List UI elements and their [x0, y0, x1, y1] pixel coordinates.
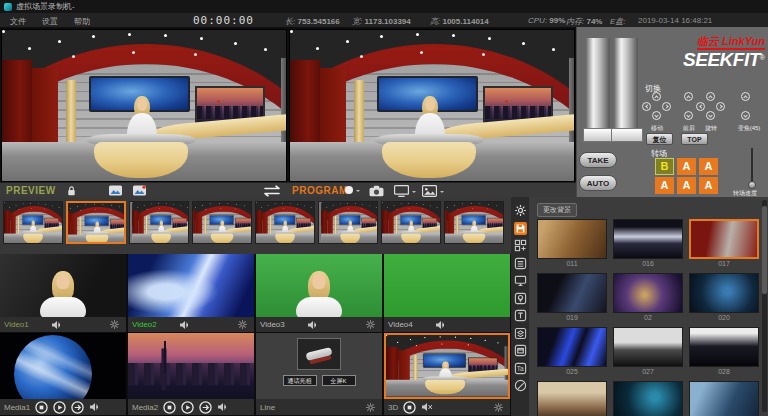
snapshot-button[interactable] — [369, 185, 384, 197]
monitor-icon[interactable] — [514, 274, 527, 287]
swap-preview-program-icon[interactable] — [258, 185, 286, 197]
line-call-button[interactable]: 通话亮相 — [283, 375, 317, 386]
scrollbar[interactable] — [762, 200, 767, 412]
pad-down-button[interactable] — [741, 111, 750, 120]
scene-item[interactable] — [689, 381, 759, 416]
transition-button-a[interactable]: A — [699, 158, 718, 175]
video2-thumbnail[interactable] — [128, 254, 254, 317]
camera-angle-thumb[interactable] — [255, 201, 315, 244]
top-button[interactable]: TOP — [681, 133, 708, 145]
list-icon[interactable] — [514, 257, 527, 270]
scene-item[interactable]: 02 — [613, 273, 683, 322]
transition-button-b[interactable]: B — [655, 158, 674, 175]
3d-scene-thumbnail-program[interactable] — [384, 333, 510, 399]
pad-down-button[interactable] — [652, 111, 661, 120]
pad-up-button[interactable] — [741, 92, 750, 101]
media1-thumbnail[interactable] — [0, 333, 126, 399]
preview-window[interactable] — [1, 29, 287, 182]
transition-button-a[interactable]: A — [677, 158, 696, 175]
line-thumbnail[interactable]: 通话亮相 全屏K — [256, 333, 382, 399]
line-fullscreen-button[interactable]: 全屏K — [322, 375, 356, 386]
slider-thumb[interactable] — [748, 181, 756, 189]
transition-button-a[interactable]: A — [655, 177, 674, 194]
transition-a-icon[interactable] — [108, 185, 123, 196]
scene-item[interactable] — [537, 381, 607, 416]
camera-angle-thumb[interactable] — [381, 201, 441, 244]
scene-item[interactable]: 020 — [689, 273, 759, 322]
video4-thumbnail[interactable] — [384, 254, 510, 317]
menu-help[interactable]: 帮助 — [74, 16, 90, 27]
scene-item-selected[interactable]: 017 — [689, 219, 759, 268]
stop-button[interactable] — [163, 401, 176, 414]
play-button[interactable] — [181, 401, 194, 414]
speaker-icon[interactable] — [89, 402, 101, 412]
text-t-icon[interactable] — [514, 309, 527, 322]
add-layout-icon[interactable] — [514, 239, 527, 252]
scene-item[interactable]: 028 — [689, 327, 759, 376]
lock-icon[interactable] — [66, 185, 77, 197]
camera-angle-thumb[interactable] — [192, 201, 252, 244]
transition-button-a[interactable]: A — [699, 177, 718, 194]
gear-icon[interactable] — [109, 319, 120, 330]
camera-angle-thumb[interactable] — [444, 201, 504, 244]
play-button[interactable] — [53, 401, 66, 414]
speaker-icon[interactable] — [307, 320, 319, 330]
pad-up-button[interactable] — [684, 92, 693, 101]
pad-up-button[interactable] — [652, 92, 661, 101]
pad-down-button[interactable] — [706, 111, 715, 120]
pad-left-button[interactable] — [696, 102, 705, 111]
save-icon[interactable] — [514, 222, 527, 235]
next-button[interactable] — [71, 401, 84, 414]
speaker-icon[interactable] — [435, 320, 447, 330]
camera-angle-thumb[interactable] — [318, 201, 378, 244]
scene-item[interactable] — [613, 381, 683, 416]
pad-down-button[interactable] — [684, 111, 693, 120]
speaker-icon[interactable] — [217, 402, 229, 412]
gear-icon[interactable] — [493, 402, 504, 413]
camera-angle-thumb[interactable] — [3, 201, 63, 244]
video3-thumbnail[interactable] — [256, 254, 382, 317]
pad-left-button[interactable] — [642, 102, 651, 111]
layers-icon[interactable] — [514, 327, 527, 340]
record-button[interactable] — [345, 185, 360, 194]
stop-button[interactable] — [403, 401, 416, 414]
transition-speed-slider[interactable] — [747, 148, 757, 190]
gear-icon[interactable] — [365, 319, 376, 330]
light-icon[interactable] — [514, 292, 527, 305]
menu-settings[interactable]: 设置 — [42, 16, 58, 27]
t-bar-right-handle[interactable] — [614, 38, 638, 130]
window-icon[interactable] — [514, 344, 527, 357]
camera-angle-thumb[interactable] — [129, 201, 189, 244]
pad-right-button[interactable] — [716, 102, 725, 111]
transition-button-a[interactable]: A — [677, 177, 696, 194]
take-button[interactable]: TAKE — [579, 152, 617, 168]
transition-b-icon[interactable] — [132, 185, 147, 196]
scene-item[interactable]: 011 — [537, 219, 607, 268]
scene-item[interactable]: 019 — [537, 273, 607, 322]
t-bar-fader[interactable] — [585, 38, 641, 142]
auto-button[interactable]: AUTO — [579, 175, 617, 191]
text-style-icon[interactable]: Ta — [514, 362, 527, 375]
scene-item[interactable]: 027 — [613, 327, 683, 376]
pad-right-button[interactable] — [662, 102, 671, 111]
reset-button[interactable]: 复位 — [646, 133, 673, 145]
media2-thumbnail[interactable] — [128, 333, 254, 399]
settings-gear-icon[interactable] — [514, 204, 527, 217]
gear-icon[interactable] — [237, 319, 248, 330]
stop-button[interactable] — [35, 401, 48, 414]
scrollbar-thumb[interactable] — [762, 206, 767, 294]
t-bar-left-handle[interactable] — [586, 38, 610, 130]
image-overlay-button[interactable] — [422, 185, 444, 197]
output-button[interactable] — [394, 185, 416, 197]
program-window[interactable] — [289, 29, 575, 182]
video1-thumbnail[interactable] — [0, 254, 126, 317]
draw-icon[interactable] — [514, 379, 527, 392]
scene-item[interactable]: 025 — [537, 327, 607, 376]
change-scene-button[interactable]: 更改背景 — [537, 203, 577, 217]
menu-file[interactable]: 文件 — [10, 16, 26, 27]
gear-icon[interactable] — [365, 402, 376, 413]
scene-item[interactable]: 016 — [613, 219, 683, 268]
speaker-muted-icon[interactable] — [421, 402, 433, 412]
speaker-icon[interactable] — [51, 320, 63, 330]
next-button[interactable] — [199, 401, 212, 414]
